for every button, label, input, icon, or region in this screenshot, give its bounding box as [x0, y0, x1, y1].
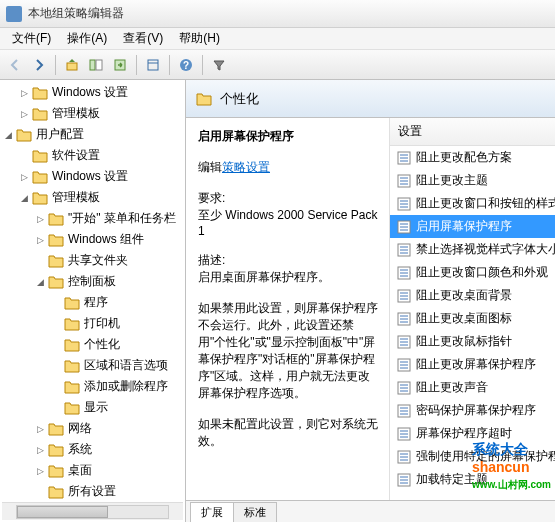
svg-rect-1: [90, 60, 95, 70]
setting-icon: [396, 311, 412, 327]
tree-item[interactable]: ▷管理模板: [2, 103, 183, 124]
tree-item[interactable]: ▷Windows 设置: [2, 82, 183, 103]
list-item[interactable]: 阻止更改主题: [390, 169, 555, 192]
tree-toggle-icon[interactable]: ▷: [34, 234, 46, 246]
list-item[interactable]: 阻止更改鼠标指针: [390, 330, 555, 353]
svg-text:?: ?: [183, 60, 189, 71]
detail-pane: 启用屏幕保护程序 编辑策略设置 要求: 至少 Windows 2000 Serv…: [186, 118, 390, 500]
list-item-label: 禁止选择视觉样式字体大小: [416, 241, 555, 258]
list-item[interactable]: 屏幕保护程序超时: [390, 422, 555, 445]
requirements-text: 至少 Windows 2000 Service Pack 1: [198, 207, 381, 238]
list-item[interactable]: 加载特定主题: [390, 468, 555, 491]
list-item[interactable]: 启用屏幕保护程序: [390, 215, 555, 238]
forward-button[interactable]: [28, 54, 50, 76]
up-button[interactable]: [61, 54, 83, 76]
horizontal-scrollbar[interactable]: [2, 502, 183, 520]
list-item[interactable]: 密码保护屏幕保护程序: [390, 399, 555, 422]
help-button[interactable]: ?: [175, 54, 197, 76]
tree-toggle-icon[interactable]: ◢: [34, 276, 46, 288]
tree-item-label: 网络: [68, 420, 92, 437]
separator: [169, 55, 170, 75]
setting-icon: [396, 357, 412, 373]
tree-toggle-icon[interactable]: ▷: [34, 465, 46, 477]
tree-item[interactable]: ▷共享文件夹: [2, 250, 183, 271]
tree-item-label: 软件设置: [52, 147, 100, 164]
tree-item[interactable]: ◢控制面板: [2, 271, 183, 292]
tree-item-label: 程序: [84, 294, 108, 311]
folder-icon: [64, 317, 80, 331]
list-item[interactable]: 阻止更改声音: [390, 376, 555, 399]
policy-settings-link[interactable]: 策略设置: [222, 160, 270, 174]
tree-item[interactable]: ▷区域和语言选项: [2, 355, 183, 376]
list-item-label: 强制使用特定的屏幕保护程序: [416, 448, 555, 465]
list-item[interactable]: 阻止更改配色方案: [390, 146, 555, 169]
refresh-button[interactable]: [142, 54, 164, 76]
menu-file[interactable]: 文件(F): [4, 28, 59, 49]
list-item-label: 阻止更改鼠标指针: [416, 333, 512, 350]
show-hide-tree-button[interactable]: [85, 54, 107, 76]
folder-icon: [64, 359, 80, 373]
tree-toggle-icon[interactable]: ◢: [2, 129, 14, 141]
tree-item[interactable]: ▷软件设置: [2, 145, 183, 166]
tree-item-label: 管理模板: [52, 105, 100, 122]
export-button[interactable]: [109, 54, 131, 76]
setting-icon: [396, 472, 412, 488]
tree-item[interactable]: ▷网络: [2, 418, 183, 439]
back-button[interactable]: [4, 54, 26, 76]
list-item[interactable]: 阻止更改桌面背景: [390, 284, 555, 307]
setting-icon: [396, 288, 412, 304]
separator: [55, 55, 56, 75]
list-item[interactable]: 禁止选择视觉样式字体大小: [390, 238, 555, 261]
list-item-label: 阻止更改窗口和按钮的样式: [416, 195, 555, 212]
setting-icon: [396, 196, 412, 212]
tree-item[interactable]: ▷打印机: [2, 313, 183, 334]
tree-item[interactable]: ▷Windows 组件: [2, 229, 183, 250]
description-label: 描述:: [198, 252, 381, 269]
setting-icon: [396, 403, 412, 419]
tree-toggle-icon[interactable]: ◢: [18, 192, 30, 204]
folder-icon: [16, 128, 32, 142]
tree-item-label: 控制面板: [68, 273, 116, 290]
tree-toggle-icon[interactable]: ▷: [18, 108, 30, 120]
tree-item-label: 添加或删除程序: [84, 378, 168, 395]
menu-view[interactable]: 查看(V): [115, 28, 171, 49]
tree-item[interactable]: ▷"开始" 菜单和任务栏: [2, 208, 183, 229]
tree-toggle-icon[interactable]: ▷: [18, 87, 30, 99]
tree-toggle-icon[interactable]: ▷: [34, 444, 46, 456]
filter-button[interactable]: [208, 54, 230, 76]
list-item-label: 阻止更改声音: [416, 379, 488, 396]
tree-item[interactable]: ▷程序: [2, 292, 183, 313]
folder-icon: [32, 107, 48, 121]
tree-item[interactable]: ▷桌面: [2, 460, 183, 481]
tree-toggle-icon[interactable]: ▷: [34, 213, 46, 225]
tree-item[interactable]: ▷系统: [2, 439, 183, 460]
tree-item-label: 所有设置: [68, 483, 116, 500]
tree-item[interactable]: ▷添加或删除程序: [2, 376, 183, 397]
list-item[interactable]: 阻止更改桌面图标: [390, 307, 555, 330]
tree-item[interactable]: ▷所有设置: [2, 481, 183, 502]
tree-item-label: 管理模板: [52, 189, 100, 206]
list-column-header[interactable]: 设置: [390, 118, 555, 146]
svg-rect-2: [96, 60, 102, 70]
list-item[interactable]: 阻止更改窗口和按钮的样式: [390, 192, 555, 215]
tree-item[interactable]: ◢管理模板: [2, 187, 183, 208]
list-item[interactable]: 阻止更改窗口颜色和外观: [390, 261, 555, 284]
window-title: 本地组策略编辑器: [28, 5, 124, 22]
tree-item[interactable]: ▷显示: [2, 397, 183, 418]
list-item[interactable]: 强制使用特定的屏幕保护程序: [390, 445, 555, 468]
folder-icon: [64, 296, 80, 310]
list-item-label: 启用屏幕保护程序: [416, 218, 512, 235]
tree-toggle-icon[interactable]: ▷: [34, 423, 46, 435]
tree-toggle-icon[interactable]: ▷: [18, 171, 30, 183]
setting-icon: [396, 380, 412, 396]
tab-extended[interactable]: 扩展: [190, 502, 234, 522]
menu-help[interactable]: 帮助(H): [171, 28, 228, 49]
tree-item[interactable]: ▷个性化: [2, 334, 183, 355]
tree-item-label: Windows 设置: [52, 168, 128, 185]
tree-item-label: 桌面: [68, 462, 92, 479]
tree-item[interactable]: ◢用户配置: [2, 124, 183, 145]
tab-standard[interactable]: 标准: [233, 502, 277, 522]
list-item[interactable]: 阻止更改屏幕保护程序: [390, 353, 555, 376]
menu-action[interactable]: 操作(A): [59, 28, 115, 49]
tree-item[interactable]: ▷Windows 设置: [2, 166, 183, 187]
